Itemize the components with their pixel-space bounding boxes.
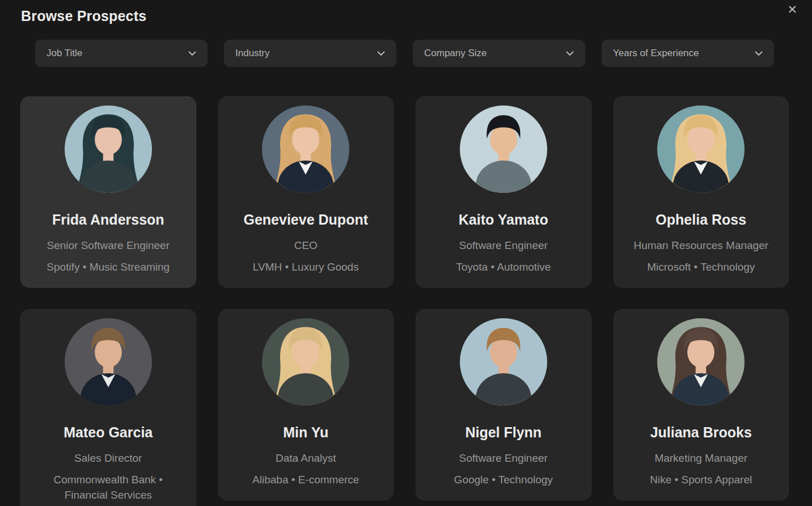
prospect-name: Genevieve Dupont <box>227 211 386 228</box>
prospect-company: Alibaba • E-commerce <box>227 472 386 487</box>
avatar <box>65 106 152 193</box>
avatar <box>65 318 152 406</box>
prospect-job-title: Human Resources Manager <box>622 238 781 253</box>
avatar <box>262 318 349 406</box>
avatar <box>657 318 745 406</box>
prospect-name: Min Yu <box>227 424 386 441</box>
prospect-card[interactable]: Min Yu Data Analyst Alibaba • E-commerce <box>218 309 394 500</box>
filter-label: Job Title <box>46 48 82 59</box>
prospect-job-title: Data Analyst <box>227 450 386 466</box>
avatar <box>460 318 547 406</box>
filter-label: Industry <box>235 48 269 59</box>
prospect-card[interactable]: Nigel Flynn Software Engineer Google • T… <box>416 309 591 500</box>
avatar <box>262 106 349 193</box>
filter-job-title[interactable]: Job Title <box>35 40 208 67</box>
filter-label: Company Size <box>424 48 487 59</box>
chevron-down-icon <box>755 51 763 56</box>
prospect-name: Ophelia Ross <box>622 211 781 228</box>
filter-industry[interactable]: Industry <box>224 40 396 67</box>
page-title: Browse Prospects <box>21 8 146 24</box>
prospect-name: Mateo Garcia <box>29 424 188 441</box>
avatar <box>460 106 547 193</box>
chevron-down-icon <box>377 51 385 56</box>
prospect-company: Google • Technology <box>424 472 583 487</box>
prospect-name: Kaito Yamato <box>424 211 583 228</box>
filter-years-of-experience[interactable]: Years of Experience <box>602 40 774 67</box>
prospect-name: Juliana Brooks <box>622 424 781 441</box>
prospect-company: Microsoft • Technology <box>622 259 781 275</box>
prospect-job-title: Software Engineer <box>424 450 583 466</box>
prospect-company: Commonwealth Bank • Financial Services <box>29 472 188 503</box>
prospect-grid: Frida Andersson Senior Software Engineer… <box>20 96 789 506</box>
prospect-job-title: CEO <box>227 238 386 253</box>
prospect-company: Nike • Sports Apparel <box>622 472 781 487</box>
filter-label: Years of Experience <box>613 48 699 59</box>
prospect-job-title: Software Engineer <box>424 238 583 253</box>
prospect-company: Toyota • Automotive <box>424 259 583 275</box>
prospect-card[interactable]: Frida Andersson Senior Software Engineer… <box>20 96 196 288</box>
filter-bar: Job Title Industry Company Size Years of… <box>35 40 774 67</box>
filter-company-size[interactable]: Company Size <box>413 40 585 67</box>
prospect-job-title: Senior Software Engineer <box>29 238 188 253</box>
prospect-name: Nigel Flynn <box>424 424 583 441</box>
prospect-name: Frida Andersson <box>29 211 188 228</box>
prospect-company: Spotify • Music Streaming <box>29 259 188 275</box>
prospect-company: LVMH • Luxury Goods <box>227 259 386 275</box>
prospect-card[interactable]: Genevieve Dupont CEO LVMH • Luxury Goods <box>218 96 394 288</box>
avatar <box>657 106 745 193</box>
chevron-down-icon <box>188 51 196 56</box>
prospect-card[interactable]: Ophelia Ross Human Resources Manager Mic… <box>614 96 789 288</box>
prospect-card[interactable]: Mateo Garcia Sales Director Commonwealth… <box>20 309 196 506</box>
chevron-down-icon <box>566 51 574 56</box>
prospect-job-title: Marketing Manager <box>622 450 781 466</box>
prospect-job-title: Sales Director <box>29 450 188 466</box>
browse-prospects-panel: Browse Prospects ✕ Job Title Industry Co… <box>0 0 812 506</box>
close-icon[interactable]: ✕ <box>785 1 800 18</box>
prospect-card[interactable]: Juliana Brooks Marketing Manager Nike • … <box>614 309 789 500</box>
prospect-card[interactable]: Kaito Yamato Software Engineer Toyota • … <box>416 96 591 288</box>
